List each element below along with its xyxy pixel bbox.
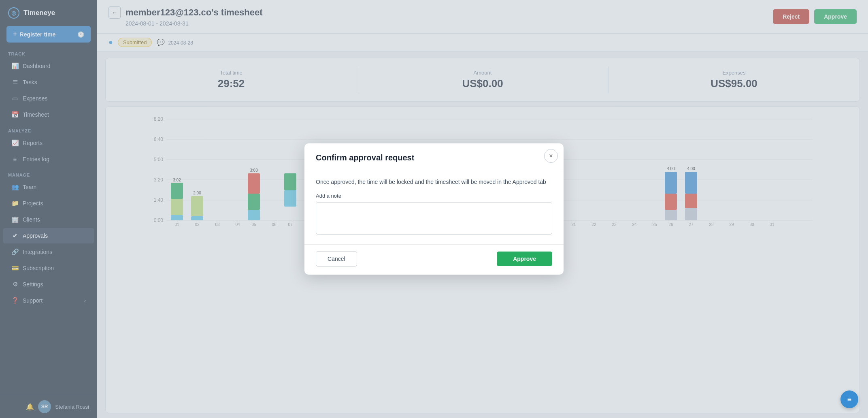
modal-description: Once approved, the time will be locked a… <box>316 177 552 186</box>
chat-icon: ≡ <box>847 395 852 404</box>
modal-body: Once approved, the time will be locked a… <box>304 169 564 244</box>
cancel-button[interactable]: Cancel <box>316 251 357 267</box>
modal-overlay[interactable]: Confirm approval request × Once approved… <box>0 0 868 418</box>
chat-bubble-button[interactable]: ≡ <box>840 390 858 408</box>
approve-modal-button[interactable]: Approve <box>497 252 552 266</box>
confirm-approval-modal: Confirm approval request × Once approved… <box>304 143 564 275</box>
modal-footer: Cancel Approve <box>304 244 564 275</box>
modal-title: Confirm approval request <box>316 153 552 162</box>
note-label: Add a note <box>316 193 552 199</box>
note-input[interactable] <box>316 202 552 235</box>
modal-close-button[interactable]: × <box>544 149 558 163</box>
modal-header: Confirm approval request × <box>304 143 564 169</box>
